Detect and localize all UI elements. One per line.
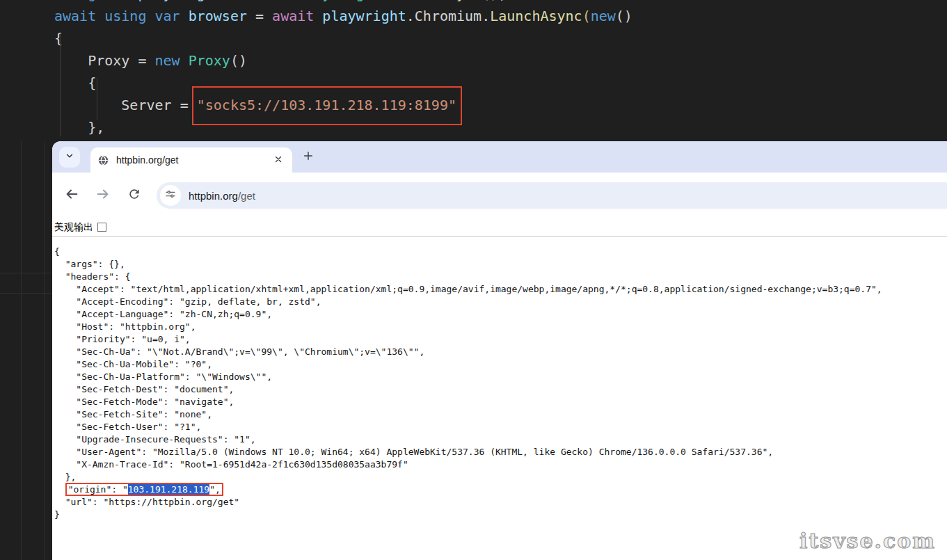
site-info-button[interactable]: [160, 185, 181, 206]
json-line: "Sec-Ch-Ua-Platform": "\"Windows\"",: [54, 371, 882, 383]
code-line: },: [54, 116, 632, 138]
tab-strip: httpbin.org/get: [52, 141, 947, 173]
chevron-down-icon: [65, 151, 74, 163]
code-line: using var playwright = await Playwright.…: [54, 0, 632, 5]
code-line: await using var browser = await playwrig…: [54, 5, 632, 27]
refresh-icon: [127, 187, 141, 204]
forward-button[interactable]: [93, 186, 113, 205]
url-text: httpbin.org/get: [189, 190, 255, 202]
url-path: /get: [238, 190, 255, 202]
plus-icon: [303, 150, 314, 164]
close-icon: [274, 154, 282, 166]
indent-guide: [60, 33, 61, 136]
json-line: "X-Amzn-Trace-Id": "Root=1-6951d42a-2f1c…: [54, 458, 882, 471]
origin-highlight-box: "origin": "103.191.218.119",: [65, 483, 223, 496]
pretty-output-bar: 美观输出: [52, 218, 947, 237]
url-host: httpbin.org: [189, 190, 238, 202]
code-line: Server = "socks5://103.191.218.119:8199": [54, 94, 632, 116]
json-line: {: [54, 246, 882, 258]
json-line: "Sec-Ch-Ua-Mobile": "?0",: [54, 358, 882, 371]
watermark: itsvse.com: [799, 529, 936, 553]
browser-tab[interactable]: httpbin.org/get: [90, 147, 292, 173]
json-line: "args": {},: [54, 258, 882, 271]
json-line: "Sec-Fetch-Site": "none",: [54, 408, 882, 421]
tab-title: httpbin.org/get: [116, 154, 271, 166]
json-line: }: [54, 509, 882, 521]
json-response-body: { "args": {}, "headers": { "Accept": "te…: [54, 246, 882, 521]
json-line: "Sec-Fetch-Mode": "navigate",: [54, 396, 882, 408]
json-line: "origin": "103.191.218.119",: [54, 483, 882, 496]
code-line: {: [54, 72, 632, 94]
tune-icon: [165, 189, 176, 202]
json-line: "Sec-Ch-Ua": "\"Not.A/Brand\";v=\"99\", …: [54, 346, 882, 358]
reload-button[interactable]: [125, 186, 144, 205]
address-bar[interactable]: httpbin.org/get: [157, 182, 947, 209]
browser-window: httpbin.org/get: [52, 141, 947, 560]
screenshot-root: using var playwright = await Playwright.…: [0, 0, 947, 560]
indent-guide: [97, 78, 97, 120]
json-line: "Accept-Language": "zh-CN,zh;q=0.9",: [54, 308, 882, 321]
json-line: "Sec-Fetch-User": "?1",: [54, 421, 882, 433]
back-button[interactable]: [62, 186, 81, 205]
json-line: "Accept": "text/html,application/xhtml+x…: [54, 283, 882, 296]
code-line: {: [54, 27, 632, 49]
json-line: "Host": "httpbin.org",: [54, 321, 882, 333]
json-line: "Upgrade-Insecure-Requests": "1",: [54, 433, 882, 446]
globe-icon: [97, 154, 109, 166]
selected-ip-text: 103.191.218.119: [128, 484, 209, 495]
pretty-output-checkbox[interactable]: [97, 223, 106, 232]
code-block: using var playwright = await Playwright.…: [54, 0, 632, 138]
json-line: "headers": {: [54, 271, 882, 283]
tab-search-button[interactable]: [59, 147, 80, 168]
arrow-left-icon: [64, 186, 79, 205]
json-line: "User-Agent": "Mozilla/5.0 (Windows NT 1…: [54, 446, 882, 458]
editor-gridline: [21, 141, 22, 560]
json-line: "url": "https://httpbin.org/get": [54, 496, 882, 509]
code-line: Proxy = new Proxy(): [54, 49, 632, 72]
new-tab-button[interactable]: [299, 148, 317, 166]
json-line: },: [54, 471, 882, 483]
json-line: "Accept-Encoding": "gzip, deflate, br, z…: [54, 296, 882, 308]
browser-toolbar: httpbin.org/get: [52, 173, 947, 218]
editor-gridline: [44, 141, 45, 560]
tab-close-button[interactable]: [271, 153, 285, 167]
arrow-right-icon: [95, 186, 111, 205]
pretty-output-label: 美观输出: [54, 221, 93, 234]
json-line: "Sec-Fetch-Dest": "document",: [54, 383, 882, 396]
json-line: "Priority": "u=0, i",: [54, 333, 882, 346]
